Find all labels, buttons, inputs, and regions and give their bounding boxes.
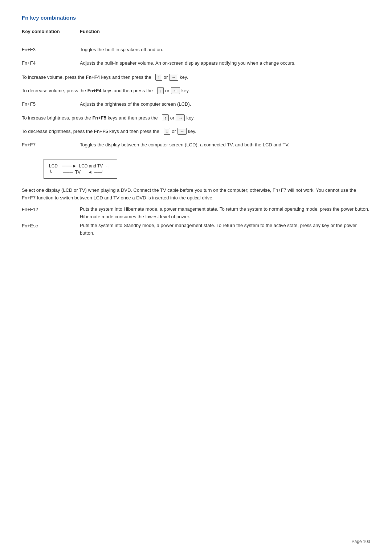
brightness-up-icon: ↑ <box>162 114 169 121</box>
header-divider <box>22 41 370 41</box>
fn-f12-esc-block: Fn+F12 Puts the system into Hibernate mo… <box>22 206 370 237</box>
fn-f5-key: Fn+F5 <box>22 101 80 108</box>
fn-f12-desc: Puts the system into Hibernate mode, a p… <box>80 206 370 221</box>
arrow-up-icon: ↑ <box>155 74 162 81</box>
volume-increase-key-label: key. <box>180 74 188 80</box>
diagram-tv-text: TV <box>75 170 81 175</box>
fn-f5-desc: Adjusts the brightness of the computer s… <box>80 101 191 108</box>
diagram-arrow-right-1: ───► <box>62 163 77 169</box>
fn-f7-desc: Toggles the display between the computer… <box>80 141 289 149</box>
diagram-row-2: └ ─── TV ◄ ──┘ <box>49 169 110 175</box>
diagram-tv-label: ─── <box>63 169 73 175</box>
page-title: Fn key combinations <box>22 15 370 21</box>
diagram-arrow-left: ◄ <box>88 170 92 175</box>
brightness-decrease-text: To decrease brightness, press the Fn+F5 … <box>22 129 159 134</box>
brightness-increase-line: To increase brightness, press the Fn+F5 … <box>22 114 370 121</box>
brightness-right-icon: → <box>176 114 185 121</box>
page-footer: Page 103 <box>352 539 370 544</box>
diagram-row-1: LCD ───► LCD and TV ┐ <box>49 163 110 169</box>
diagram-lcd-and-tv-label: LCD and TV <box>79 163 103 169</box>
brightness-decrease-line: To decrease brightness, press the Fn+F5 … <box>22 128 370 135</box>
brightness-increase-text: To increase brightness, press the Fn+F5 … <box>22 115 158 121</box>
fn-f3-key: Fn+F3 <box>22 46 80 54</box>
volume-increase-or: or <box>164 74 168 80</box>
volume-decrease-or: or <box>165 88 170 93</box>
fn-f4-desc: Adjusts the built-in speaker volume. An … <box>80 60 295 67</box>
volume-increase-line: To increase volume, press the Fn+F4 keys… <box>22 74 370 81</box>
fn-f4-entry: Fn+F4 Adjusts the built-in speaker volum… <box>22 60 370 67</box>
brightness-increase-or: or <box>170 115 175 121</box>
diagram-corner-bottom-right: ──┘ <box>94 170 104 175</box>
fn-f7-key: Fn+F7 <box>22 141 80 149</box>
fn-esc-key: Fn+Esc <box>22 222 80 230</box>
brightness-down-icon: ↓ <box>164 128 171 135</box>
page-number: Page 103 <box>352 539 370 544</box>
volume-decrease-key-label: key. <box>181 88 190 93</box>
arrow-right-icon: → <box>169 74 178 81</box>
fn-f4-key: Fn+F4 <box>22 60 80 67</box>
fn-f12-key: Fn+F12 <box>22 206 80 214</box>
arrow-down-icon: ↓ <box>157 87 164 94</box>
select-note: Select one display (LCD or TV) when play… <box>22 187 370 202</box>
volume-decrease-line: To decrease volume, press the Fn+F4 keys… <box>22 87 370 94</box>
diagram-corner-top: ┐ <box>106 163 110 169</box>
fn-f5-entry: Fn+F5 Adjusts the brightness of the comp… <box>22 101 370 108</box>
fn-f12-row: Fn+F12 Puts the system into Hibernate mo… <box>22 206 370 221</box>
brightness-decrease-key-label: key. <box>188 129 196 134</box>
diagram-corner-bottom-left: └ <box>49 170 60 175</box>
volume-increase-text: To increase volume, press the Fn+F4 keys… <box>22 74 151 80</box>
col-key-header: Key combination <box>22 29 80 34</box>
brightness-left-icon: ← <box>177 128 187 135</box>
fn-esc-desc: Puts the system into Standby mode, a pow… <box>80 222 370 237</box>
fn-f7-entry: Fn+F7 Toggles the display between the co… <box>22 141 370 149</box>
diagram-lcd-label: LCD <box>49 163 60 169</box>
volume-decrease-text: To decrease volume, press the Fn+F4 keys… <box>22 88 153 93</box>
fn-f3-desc: Toggles the built-in speakers off and on… <box>80 46 163 54</box>
arrow-left-icon: ← <box>171 87 180 94</box>
fn-esc-row: Fn+Esc Puts the system into Standby mode… <box>22 222 370 237</box>
table-header: Key combination Function <box>22 29 370 34</box>
fn-f3-entry: Fn+F3 Toggles the built-in speakers off … <box>22 46 370 54</box>
brightness-increase-key-label: key. <box>186 115 195 121</box>
lcd-tv-diagram: LCD ───► LCD and TV ┐ └ ─── TV ◄ ──┘ <box>44 159 117 179</box>
brightness-decrease-or: or <box>172 129 176 134</box>
col-function-header: Function <box>80 29 100 34</box>
